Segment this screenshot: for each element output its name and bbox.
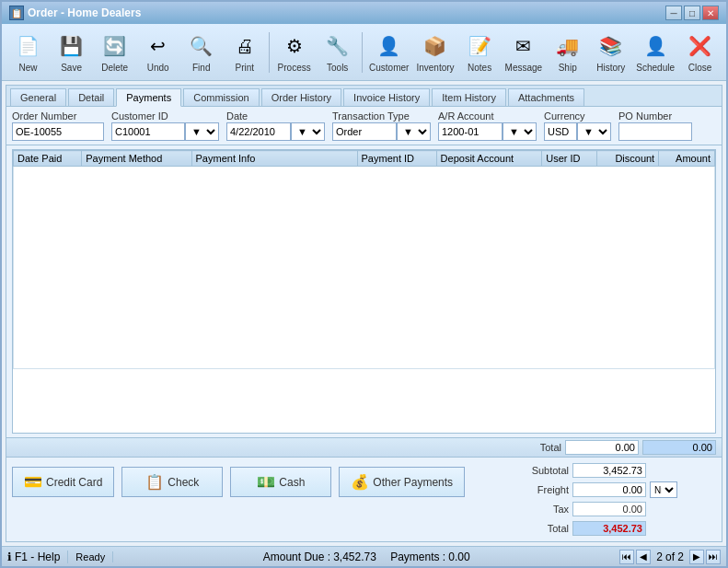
toolbar-separator-2: [362, 32, 363, 73]
help-text: F1 - Help: [15, 551, 60, 563]
tab-payments[interactable]: Payments: [116, 88, 181, 107]
order-number-input[interactable]: [12, 122, 104, 141]
cash-button[interactable]: 💵 Cash: [230, 467, 331, 497]
other-payments-button[interactable]: 💰 Other Payments: [339, 467, 465, 497]
content-area: General Detail Payments Commission Order…: [6, 85, 722, 542]
new-button[interactable]: 📄 New: [7, 29, 49, 76]
freight-unit-dropdown[interactable]: Nr: [650, 481, 677, 498]
inventory-label: Inventory: [416, 63, 454, 73]
history-button[interactable]: 📚 History: [590, 29, 631, 76]
tab-commission[interactable]: Commission: [183, 88, 260, 106]
page-total: 2: [677, 551, 684, 563]
toolbar-separator-1: [269, 32, 270, 73]
col-header-payment-id: Payment ID: [357, 151, 436, 167]
ship-button[interactable]: 🚚 Ship: [547, 29, 588, 76]
transaction-type-field: ▼: [332, 122, 431, 141]
print-icon: 🖨: [230, 31, 260, 61]
transaction-type-dropdown[interactable]: ▼: [397, 122, 431, 141]
total-summary-label: Total: [514, 523, 569, 534]
minimize-button[interactable]: ─: [665, 6, 682, 20]
title-bar-left: 📋 Order - Home Dealers: [9, 6, 141, 20]
check-button[interactable]: 📋 Check: [121, 467, 223, 497]
delete-label: Delete: [101, 63, 128, 73]
col-header-discount: Discount: [597, 151, 659, 167]
print-button[interactable]: 🖨 Print: [224, 29, 265, 76]
date-input[interactable]: [226, 122, 291, 141]
process-label: Process: [278, 63, 311, 73]
credit-card-button[interactable]: 💳 Credit Card: [12, 467, 114, 497]
help-icon: ℹ: [7, 551, 12, 563]
ship-label: Ship: [559, 63, 577, 73]
delete-button[interactable]: 🔄 Delete: [94, 29, 135, 76]
currency-input[interactable]: [544, 122, 577, 141]
find-button[interactable]: 🔍 Find: [180, 29, 222, 76]
check-icon: 📋: [145, 473, 164, 491]
status-bar: ℹ F1 - Help Ready Amount Due : 3,452.73 …: [2, 546, 726, 566]
window-close-button[interactable]: ✕: [702, 6, 719, 20]
process-button[interactable]: ⚙ Process: [273, 29, 315, 76]
total-summary-value: 3,452.73: [572, 521, 646, 536]
po-number-input[interactable]: [618, 122, 692, 141]
transaction-type-input[interactable]: [332, 122, 397, 141]
transaction-type-group: Transaction Type ▼: [332, 110, 431, 141]
customer-id-field: ▼: [111, 122, 219, 141]
col-header-date-paid: Date Paid: [14, 151, 82, 167]
po-number-label: PO Number: [618, 110, 692, 122]
history-label: History: [596, 63, 625, 73]
col-header-payment-method: Payment Method: [82, 151, 191, 167]
status-ready: Ready: [68, 551, 113, 562]
message-button[interactable]: ✉ Message: [503, 29, 546, 76]
nav-first-button[interactable]: ⏮: [619, 550, 634, 564]
close-icon: ❌: [686, 31, 715, 61]
customer-label: Customer: [369, 63, 409, 73]
tab-attachments[interactable]: Attachments: [508, 88, 584, 106]
page-current: 2: [656, 551, 663, 563]
subtotal-value: 3,452.73: [572, 463, 646, 478]
payments-value: 0.00: [448, 551, 469, 563]
empty-row: [14, 167, 715, 369]
tab-general[interactable]: General: [10, 88, 66, 106]
nav-next-button[interactable]: ▶: [689, 550, 704, 564]
undo-icon: ↩: [144, 31, 173, 61]
date-dropdown[interactable]: ▼: [291, 122, 325, 141]
save-button[interactable]: 💾 Save: [51, 29, 92, 76]
notes-icon: 📝: [465, 31, 494, 61]
maximize-button[interactable]: □: [684, 6, 700, 20]
tab-detail[interactable]: Detail: [68, 88, 114, 106]
total-row: Total 0.00 0.00: [6, 437, 722, 458]
currency-dropdown[interactable]: ▼: [577, 122, 611, 141]
ship-icon: 🚚: [553, 31, 583, 61]
tab-order-history[interactable]: Order History: [261, 88, 341, 106]
schedule-button[interactable]: 👤 Schedule: [633, 29, 677, 76]
tab-invoice-history[interactable]: Invoice History: [343, 88, 430, 106]
new-icon: 📄: [14, 31, 43, 61]
tab-item-history[interactable]: Item History: [432, 88, 506, 106]
currency-field: ▼: [544, 122, 611, 141]
ar-account-field: ▼: [438, 122, 537, 141]
total-row-label: Total: [540, 442, 561, 453]
close-button[interactable]: ❌ Close: [679, 29, 721, 76]
cash-label: Cash: [279, 476, 305, 489]
nav-prev-button[interactable]: ◀: [636, 550, 651, 564]
message-label: Message: [505, 63, 543, 73]
customer-button[interactable]: 👤 Customer: [366, 29, 411, 76]
customer-id-input[interactable]: [111, 122, 185, 141]
page-of: of: [665, 551, 677, 563]
ar-account-dropdown[interactable]: ▼: [503, 122, 537, 141]
customer-id-dropdown[interactable]: ▼: [185, 122, 219, 141]
notes-button[interactable]: 📝 Notes: [459, 29, 501, 76]
payment-buttons: 💳 Credit Card 📋 Check 💵 Cash 💰 Other Pay…: [12, 461, 508, 497]
date-label: Date: [226, 110, 325, 122]
undo-button[interactable]: ↩ Undo: [137, 29, 179, 76]
tools-button[interactable]: 🔧 Tools: [317, 29, 358, 76]
payments-label: Payments :: [390, 551, 445, 563]
tools-label: Tools: [327, 63, 348, 73]
tab-bar: General Detail Payments Commission Order…: [6, 86, 722, 107]
tax-value: 0.00: [572, 502, 646, 516]
nav-last-button[interactable]: ⏭: [706, 550, 721, 564]
amount-due-label: Amount Due :: [263, 551, 330, 563]
check-label: Check: [168, 476, 199, 489]
col-header-amount: Amount: [659, 151, 715, 167]
inventory-button[interactable]: 📦 Inventory: [413, 29, 456, 76]
ar-account-input[interactable]: [438, 122, 503, 141]
